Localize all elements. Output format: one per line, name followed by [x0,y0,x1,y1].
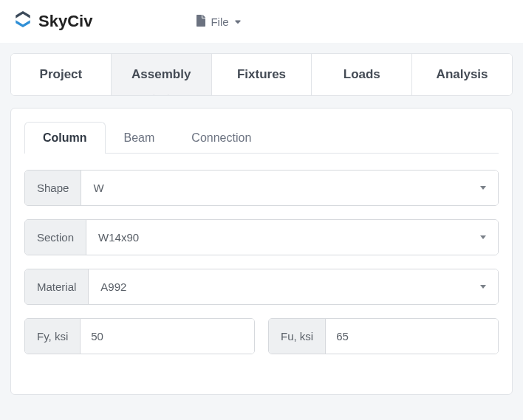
caret-down-icon [480,285,486,289]
subtab-beam[interactable]: Beam [106,122,174,154]
fy-input[interactable] [81,319,254,354]
tab-assembly[interactable]: Assembly [112,54,212,95]
tab-fixtures[interactable]: Fixtures [212,54,312,95]
chevron-down-icon [233,16,242,28]
caret-down-icon [480,186,486,190]
brand: SkyCiv [13,10,92,33]
tab-loads[interactable]: Loads [312,54,412,95]
tab-project[interactable]: Project [11,54,112,95]
fu-input[interactable] [326,319,498,354]
material-select[interactable]: A992 [89,269,498,304]
file-menu-label: File [211,16,228,28]
shape-value: W [93,182,103,194]
shape-select[interactable]: W [81,171,498,205]
file-icon [196,15,206,29]
section-select[interactable]: W14x90 [86,220,498,255]
file-menu[interactable]: File [196,15,242,29]
topbar: SkyCiv File [0,0,523,43]
subtab-connection[interactable]: Connection [173,122,270,154]
tab-analysis[interactable]: Analysis [412,54,512,95]
main-tabs: Project Assembly Fixtures Loads Analysis [10,53,513,96]
fu-field: Fu, ksi [268,318,499,354]
column-form: Shape W Section W14x90 [24,154,499,381]
shape-label: Shape [25,171,81,205]
brand-logo-icon [13,10,33,33]
subtab-column[interactable]: Column [24,122,106,154]
section-value: W14x90 [98,231,139,244]
material-field: Material A992 [24,269,499,305]
fy-field: Fy, ksi [24,318,255,354]
material-value: A992 [100,280,126,293]
caret-down-icon [480,235,486,239]
brand-name: SkyCiv [38,12,92,31]
sub-tabs: Column Beam Connection [24,122,499,154]
material-label: Material [25,269,89,304]
assembly-panel: Column Beam Connection Shape W Section [10,108,513,395]
fu-label: Fu, ksi [269,319,326,354]
section-field: Section W14x90 [24,219,499,255]
section-label: Section [25,220,86,255]
fy-label: Fy, ksi [25,319,81,354]
shape-field: Shape W [24,170,499,206]
